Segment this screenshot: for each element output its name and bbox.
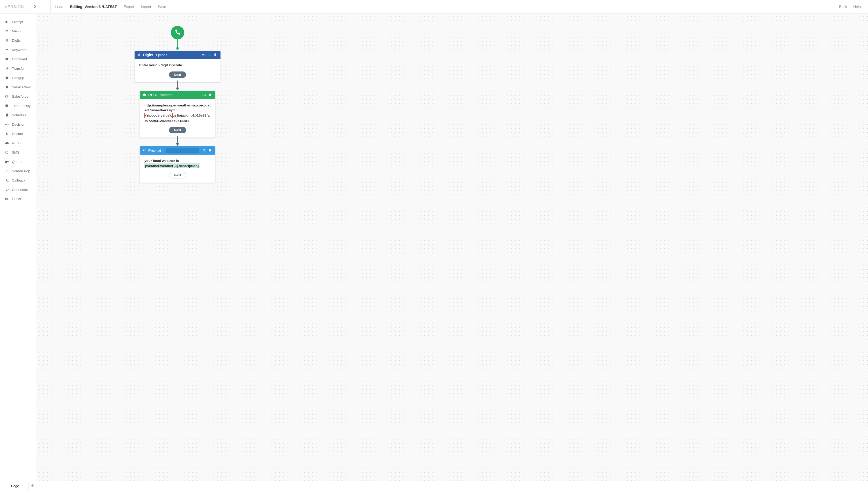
sidebar-item-label: Prompt bbox=[12, 20, 23, 24]
comment-icon bbox=[5, 57, 9, 61]
digits-node[interactable]: Digits zipcode ••• ? Enter your 5 digit … bbox=[134, 51, 220, 82]
rest-next-button[interactable]: Next bbox=[169, 127, 186, 134]
version-block: VERSION 3 bbox=[0, 0, 42, 13]
sidebar-item-keywords[interactable]: Keywords bbox=[0, 45, 36, 54]
rest-name: weather bbox=[160, 93, 173, 97]
load-button[interactable]: Load bbox=[55, 5, 63, 9]
prompt-title: Prompt bbox=[148, 148, 161, 152]
sidebar-item-label: Keywords bbox=[12, 48, 27, 52]
prompt-body-text: your local weather is bbox=[145, 159, 179, 163]
sidebar-item-label: Record bbox=[12, 132, 23, 136]
top-bar: VERSION 3 Load Editing: Version 3 *LATES… bbox=[0, 0, 868, 13]
sidebar-item-callback[interactable]: Callback bbox=[0, 176, 36, 185]
prompt-next-button[interactable]: Next bbox=[169, 172, 186, 178]
trash-icon[interactable] bbox=[207, 148, 213, 152]
sidebar-item-label: Digits bbox=[12, 38, 21, 42]
prompt-body: your local weather is {weather.weather[0… bbox=[140, 154, 215, 174]
rest-header[interactable]: REST weather ••• bbox=[140, 91, 215, 99]
sidebar-item-schedule[interactable]: Schedule bbox=[0, 110, 36, 120]
mic-icon bbox=[5, 132, 9, 136]
sidebar-item-label: Menu bbox=[12, 29, 21, 33]
more-icon[interactable]: ••• bbox=[202, 93, 207, 97]
save-button[interactable]: Save bbox=[158, 5, 166, 9]
prompt-header[interactable]: Prompt ? bbox=[140, 146, 215, 154]
sidebar-item-screenpop[interactable]: Screen Pop bbox=[0, 166, 36, 176]
speaker-icon bbox=[5, 20, 9, 24]
topbar-divider bbox=[42, 0, 51, 13]
decision-icon bbox=[5, 122, 9, 126]
sidebar-item-label: Connector bbox=[12, 188, 28, 192]
sidebar-item-servicenow[interactable]: ServiceNow bbox=[0, 82, 36, 92]
export-button[interactable]: Export bbox=[124, 5, 134, 9]
help-icon[interactable]: ? bbox=[207, 53, 212, 57]
version-number[interactable]: 3 bbox=[29, 0, 42, 13]
flow-canvas[interactable]: Digits zipcode ••• ? Enter your 5 digit … bbox=[36, 13, 868, 481]
rest-title: REST bbox=[148, 93, 158, 97]
prompt-node[interactable]: Prompt ? your local weather is {weather.… bbox=[140, 146, 215, 182]
sidebar-item-record[interactable]: Record bbox=[0, 129, 36, 138]
prompt-name-input[interactable] bbox=[166, 148, 199, 153]
sidebar-item-comment[interactable]: Comment bbox=[0, 54, 36, 64]
sidebar-item-outlet[interactable]: Outlet bbox=[0, 194, 36, 204]
start-node[interactable] bbox=[171, 26, 184, 39]
digits-next-button[interactable]: Next bbox=[169, 71, 186, 78]
top-actions: Load Editing: Version 3 *LATEST Export I… bbox=[51, 0, 166, 13]
sidebar-item-transfer[interactable]: Transfer bbox=[0, 64, 36, 73]
calendar-icon bbox=[5, 113, 9, 117]
sidebar-item-label: SMS bbox=[12, 150, 20, 154]
editing-label: Editing: Version 3 *LATEST bbox=[70, 5, 117, 9]
sidebar-item-rest[interactable]: REST bbox=[0, 138, 36, 148]
sidebar-item-queue[interactable]: Queue bbox=[0, 157, 36, 166]
sidebar-item-salesforce[interactable]: Salesforce bbox=[0, 92, 36, 101]
sidebar-item-label: Transfer bbox=[12, 66, 25, 70]
arrow-digits-to-rest bbox=[175, 81, 180, 91]
trash-icon[interactable] bbox=[207, 93, 213, 97]
list-icon bbox=[5, 29, 9, 33]
heart-icon bbox=[5, 85, 9, 89]
help-button[interactable]: Help bbox=[853, 5, 861, 9]
import-button[interactable]: Import bbox=[141, 5, 151, 9]
cloud-icon bbox=[5, 141, 9, 145]
sidebar-item-timeofday[interactable]: Time of Day bbox=[0, 101, 36, 110]
rest-url-variable: {zipcode.value}, bbox=[145, 113, 173, 118]
digits-body: Enter your 5 digit zipcode. bbox=[134, 59, 220, 73]
hangup-icon bbox=[5, 76, 9, 80]
connector-icon bbox=[5, 188, 9, 192]
hash-icon bbox=[137, 53, 141, 57]
add-page-button[interactable]: + bbox=[28, 483, 37, 490]
hash-icon bbox=[5, 38, 9, 42]
money-icon bbox=[5, 94, 9, 98]
sidebar-item-label: Outlet bbox=[12, 197, 21, 201]
sidebar-item-sms[interactable]: SMS bbox=[0, 148, 36, 157]
pop-icon bbox=[5, 169, 9, 173]
sidebar-item-label: Time of Day bbox=[12, 104, 31, 108]
rest-body: http://samples.openweathermap.org/data/2… bbox=[140, 99, 215, 129]
tool-palette: Prompt Menu Digits Keywords Comment Tran… bbox=[0, 13, 36, 481]
more-icon[interactable]: ••• bbox=[201, 53, 207, 57]
speaker-icon bbox=[142, 148, 146, 153]
rest-node[interactable]: REST weather ••• http://samples.openweat… bbox=[140, 91, 215, 138]
sidebar-item-prompt[interactable]: Prompt bbox=[0, 17, 36, 26]
queue-icon bbox=[5, 160, 9, 164]
phone-start-icon bbox=[174, 29, 181, 36]
quote-icon bbox=[5, 48, 9, 52]
page-tabs: Page1 + bbox=[0, 481, 868, 490]
sidebar-item-hangup[interactable]: Hangup bbox=[0, 73, 36, 82]
back-button[interactable]: Back bbox=[839, 5, 847, 9]
main-split: Prompt Menu Digits Keywords Comment Tran… bbox=[0, 13, 868, 481]
help-icon[interactable]: ? bbox=[202, 148, 207, 152]
sidebar-item-digits[interactable]: Digits bbox=[0, 36, 36, 45]
sidebar-item-menu[interactable]: Menu bbox=[0, 26, 36, 36]
trash-icon[interactable] bbox=[212, 53, 218, 57]
sidebar-item-label: REST bbox=[12, 141, 21, 145]
sidebar-item-decision[interactable]: Decision bbox=[0, 120, 36, 129]
page-tab-1[interactable]: Page1 bbox=[4, 482, 28, 490]
sidebar-item-connector[interactable]: Connector bbox=[0, 185, 36, 194]
top-right: Back Help bbox=[839, 0, 868, 13]
sidebar-item-label: Schedule bbox=[12, 113, 26, 117]
clock-icon bbox=[5, 104, 9, 108]
digits-header[interactable]: Digits zipcode ••• ? bbox=[134, 51, 220, 59]
sidebar-item-label: Screen Pop bbox=[12, 169, 30, 173]
digits-name: zipcode bbox=[156, 53, 167, 57]
digits-title: Digits bbox=[143, 53, 153, 57]
